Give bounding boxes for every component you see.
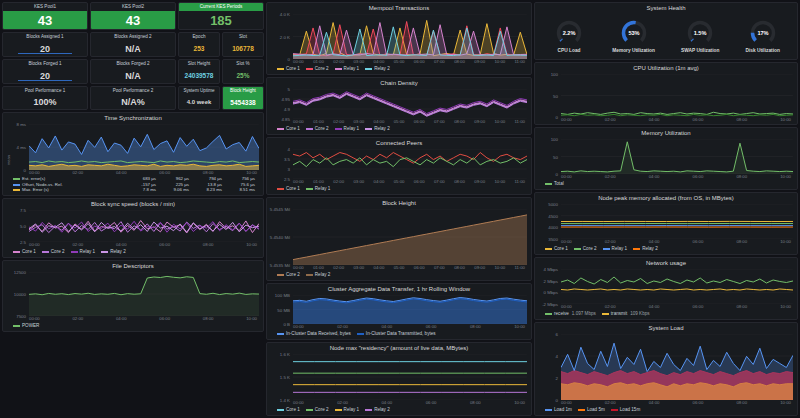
connected-peers-chart[interactable]: 43.532.500:0001:0002:0003:0004:0005:0006… bbox=[267, 148, 531, 194]
stat-title[interactable]: System Uptime bbox=[179, 87, 219, 95]
legend-item[interactable]: Relay 2 bbox=[365, 66, 390, 72]
panel-title[interactable]: Cluster Aggregate Data Transfer, 1 hr Ro… bbox=[267, 284, 531, 294]
gauge-memory-utilization[interactable]: 53%Memory Utilization bbox=[612, 19, 655, 53]
plot-area[interactable] bbox=[293, 149, 527, 179]
plot-area[interactable] bbox=[293, 209, 527, 265]
stat-title[interactable]: Pool Performance 1 bbox=[3, 87, 87, 95]
stat-title[interactable]: KES Pool2 bbox=[91, 3, 175, 11]
stat-title[interactable]: Current KES Periods bbox=[179, 3, 263, 11]
memory-utilization-chart[interactable]: 10050000:0002:0004:0006:0008:0010:00Tota… bbox=[535, 138, 797, 189]
legend-item[interactable]: Core 1 bbox=[277, 186, 300, 192]
legend-item[interactable]: Core 2 bbox=[574, 246, 597, 252]
stat-title[interactable]: Slot bbox=[223, 33, 263, 41]
panel-title[interactable]: Block sync speed (blocks / min) bbox=[3, 199, 263, 209]
legend-item[interactable]: Relay 2 bbox=[306, 272, 331, 278]
legend-item[interactable]: Load 5m bbox=[578, 407, 605, 413]
legend-item[interactable]: Relay 2 bbox=[633, 246, 658, 252]
legend-item[interactable]: In-Cluster Data Received, bytes bbox=[277, 331, 351, 337]
legend-item[interactable]: Relay 1 bbox=[603, 246, 628, 252]
gauge-cpu-load[interactable]: 2.2%CPU Load bbox=[552, 19, 586, 53]
cluster-data-transfer-chart[interactable]: 100 MB50 MB0 B00:0002:0004:0006:0008:001… bbox=[267, 294, 531, 339]
mempool-transactions-chart[interactable]: 4.0 K2.0 K000:0001:0002:0003:0004:0005:0… bbox=[267, 13, 531, 74]
panel-title[interactable]: Time Synchronization bbox=[3, 113, 263, 123]
legend-item[interactable]: In-Cluster Data Transmitted, bytes bbox=[357, 331, 436, 337]
legend-item[interactable]: Core 2 bbox=[306, 66, 329, 72]
panel-title[interactable]: CPU Utilization (1m avg) bbox=[535, 63, 797, 73]
panel-title[interactable]: Chain Density bbox=[267, 78, 531, 88]
panel-title[interactable]: Connected Peers bbox=[267, 138, 531, 148]
plot-area[interactable] bbox=[293, 14, 527, 59]
panel-title[interactable]: Node peak memory allocated (from OS, in … bbox=[535, 193, 797, 203]
legend-item[interactable]: Core 1 bbox=[277, 126, 300, 132]
plot-area[interactable] bbox=[561, 139, 793, 174]
cpu-utilization-chart[interactable]: 10050000:0002:0004:0006:0008:0010:00 bbox=[535, 73, 797, 124]
legend-item[interactable]: Load 1m bbox=[545, 407, 572, 413]
legend-item[interactable]: Load 15m bbox=[611, 407, 640, 413]
legend-item[interactable]: Relay 2 bbox=[101, 249, 126, 255]
legend-item[interactable]: Relay 1 bbox=[335, 126, 360, 132]
panel-title[interactable]: Mempool Transactions bbox=[267, 3, 531, 13]
system-load-chart[interactable]: 642000:0002:0004:0006:0008:0010:00Load 1… bbox=[535, 333, 797, 415]
panel-title[interactable]: File Descriptors bbox=[3, 261, 263, 271]
legend-item[interactable]: receive1.097 Mbps bbox=[545, 311, 596, 317]
gauge-swap-utilization[interactable]: 1.5%SWAP Utilization bbox=[681, 19, 719, 53]
panel-title[interactable]: Memory Utilization bbox=[535, 128, 797, 138]
network-usage-chart[interactable]: 4 Mbps2 Mbps0 Mbps-2 Mbps00:0002:0004:00… bbox=[535, 268, 797, 319]
legend-item[interactable]: Core 1 bbox=[13, 249, 36, 255]
plot-area[interactable] bbox=[293, 354, 527, 400]
stat-title[interactable]: Slot % bbox=[223, 60, 263, 68]
legend-item[interactable]: Relay 2 bbox=[365, 407, 390, 413]
plot-area[interactable] bbox=[561, 204, 793, 239]
stat-title[interactable]: Blocks Forged 2 bbox=[91, 60, 175, 68]
stat-title[interactable]: Block Height bbox=[223, 87, 263, 95]
panel-title[interactable]: Block Height bbox=[267, 198, 531, 208]
plot-area[interactable] bbox=[561, 334, 793, 400]
node-max-residency-chart[interactable]: 1.6 K1.5 K1.4 K00:0002:0004:0006:0008:00… bbox=[267, 353, 531, 415]
legend: Load 1mLoad 5mLoad 15m bbox=[537, 406, 793, 414]
legend-item[interactable]: Core 1 bbox=[545, 246, 568, 252]
plot-area[interactable] bbox=[29, 272, 259, 316]
legend-item[interactable]: Core 2 bbox=[306, 126, 329, 132]
stat-title[interactable]: Slot Height bbox=[179, 60, 219, 68]
stat-title[interactable]: Epoch bbox=[179, 33, 219, 41]
plot-area[interactable] bbox=[561, 269, 793, 304]
plot-area[interactable] bbox=[29, 210, 259, 242]
panel-title[interactable]: Node max "residency" (amount of live dat… bbox=[267, 343, 531, 353]
file-descriptors-chart[interactable]: 1250010000750000:0002:0004:0006:0008:001… bbox=[3, 271, 263, 331]
node-peak-memory-chart[interactable]: 500045004000350000:0002:0004:0006:0008:0… bbox=[535, 203, 797, 254]
panel-title[interactable]: System Health bbox=[535, 3, 797, 13]
legend-item[interactable]: Relay 1 bbox=[335, 407, 360, 413]
chain-density-chart[interactable]: 54.954.94.8500:0001:0002:0003:0004:0005:… bbox=[267, 88, 531, 134]
gauge-label: Disk Utilization bbox=[746, 48, 780, 53]
stat-title[interactable]: Blocks Assigned 2 bbox=[91, 33, 175, 41]
legend-item[interactable]: Total bbox=[545, 181, 564, 187]
block-sync-speed-chart[interactable]: 7.55.02.500:0002:0004:0006:0008:0010:00C… bbox=[3, 209, 263, 257]
stat-title[interactable]: Blocks Forged 1 bbox=[3, 60, 87, 68]
gauge-disk-utilization[interactable]: 17%Disk Utilization bbox=[746, 19, 780, 53]
panel-title[interactable]: Network usage bbox=[535, 258, 797, 268]
plot-area[interactable] bbox=[293, 295, 527, 324]
plot-area[interactable] bbox=[561, 74, 793, 117]
legend-item[interactable]: Relay 1 bbox=[306, 186, 331, 192]
legend-item[interactable]: Relay 2 bbox=[365, 126, 390, 132]
legend-item[interactable]: Core 1 bbox=[277, 66, 300, 72]
legend-item[interactable]: POWER bbox=[13, 323, 39, 329]
legend-item[interactable]: Relay 1 bbox=[335, 66, 360, 72]
legend-item[interactable]: Core 1 bbox=[277, 407, 300, 413]
stat-title[interactable]: Blocks Assigned 1 bbox=[3, 33, 87, 41]
stat-title[interactable]: Pool Performance 2 bbox=[91, 87, 175, 95]
plot-area[interactable] bbox=[29, 124, 259, 170]
x-axis-tick: 08:00 bbox=[736, 117, 747, 123]
time-synchronization-chart[interactable]: 8 ms4 ms000:0002:0004:0006:0008:0010:00E… bbox=[3, 123, 263, 195]
stat-title[interactable]: KES Pool1 bbox=[3, 3, 87, 11]
legend-item[interactable]: Core 2 bbox=[277, 272, 300, 278]
legend-item[interactable]: transmit109 Kbps bbox=[602, 311, 650, 317]
y-axis-tick: 50 bbox=[553, 93, 558, 98]
legend-item[interactable]: Relay 1 bbox=[71, 249, 96, 255]
legend-row[interactable]: Max. Error (s)7.8 ms9.06 ms8.23 ms8.51 m… bbox=[13, 187, 255, 193]
legend-item[interactable]: Core 2 bbox=[42, 249, 65, 255]
block-height-chart[interactable]: 5.4545 Mil5.4540 Mil5.4535 Mil00:0001:00… bbox=[267, 208, 531, 280]
panel-title[interactable]: System Load bbox=[535, 323, 797, 333]
plot-area[interactable] bbox=[293, 89, 527, 119]
legend-item[interactable]: Core 2 bbox=[306, 407, 329, 413]
